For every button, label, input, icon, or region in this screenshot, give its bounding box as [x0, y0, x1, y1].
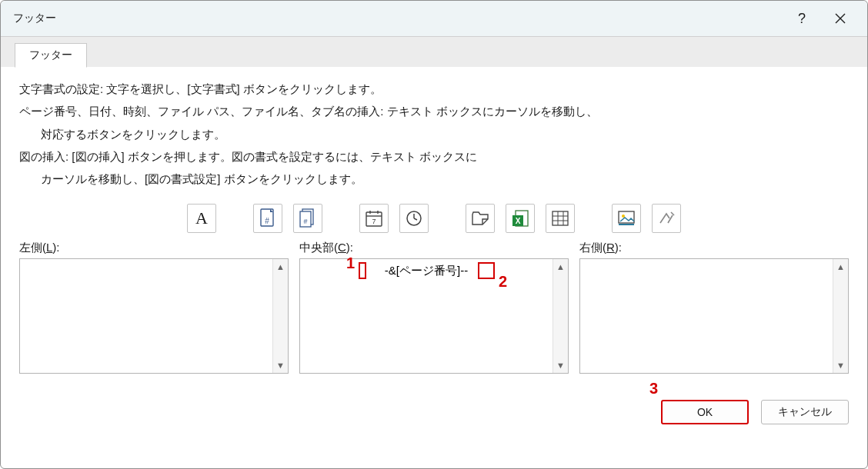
page-number-icon: #: [259, 208, 276, 228]
cancel-button[interactable]: キャンセル: [761, 400, 849, 424]
pane-left-label: 左側(L):: [19, 241, 289, 255]
tab-bar: フッター: [1, 36, 867, 67]
svg-point-24: [622, 215, 625, 218]
insert-sheet-name-button[interactable]: [546, 204, 575, 233]
svg-text:7: 7: [372, 218, 376, 225]
help-button[interactable]: ?: [783, 1, 821, 36]
svg-text:X: X: [516, 217, 521, 225]
insert-picture-button[interactable]: [612, 204, 641, 233]
picture-icon: [617, 210, 636, 227]
titlebar: フッター ?: [1, 1, 867, 36]
insert-time-button[interactable]: [399, 204, 429, 233]
pane-right-label: 右側(R):: [579, 241, 849, 255]
time-icon: [405, 209, 423, 228]
svg-line-14: [414, 218, 417, 220]
window-title: フッター: [13, 12, 56, 25]
instr-line-1: 文字書式の設定: 文字を選択し、[文字書式] ボタンをクリックします。: [19, 78, 849, 100]
ok-button[interactable]: OK: [661, 400, 749, 424]
workbook-icon: X: [511, 209, 529, 228]
instructions: 文字書式の設定: 文字を選択し、[文字書式] ボタンをクリックします。 ページ番…: [19, 78, 849, 190]
scrollbar[interactable]: ▲▼: [833, 259, 848, 373]
pane-left: 左側(L): ▲▼: [19, 241, 289, 374]
close-button[interactable]: [821, 1, 860, 36]
sheet-icon: [551, 210, 569, 227]
font-format-button[interactable]: A: [187, 204, 216, 233]
svg-text:#: #: [265, 217, 269, 225]
annotation-box-2: [478, 262, 495, 279]
instr-line-2b: 対応するボタンをクリックします。: [19, 123, 849, 145]
close-icon: [835, 13, 846, 24]
annotation-2: 2: [499, 273, 507, 291]
annotation-box-1: [359, 262, 366, 279]
toolbar: A # # 7 X: [19, 204, 849, 233]
format-picture-button[interactable]: [652, 204, 681, 233]
insert-pages-total-button[interactable]: #: [293, 204, 322, 233]
dialog-buttons: 3 OK キャンセル: [1, 388, 867, 424]
pane-left-box: ▲▼: [19, 258, 289, 374]
content: 文字書式の設定: 文字を選択し、[文字書式] ボタンをクリックします。 ページ番…: [1, 67, 867, 388]
svg-rect-25: [619, 224, 634, 225]
pane-center: 中央部(C): ▲▼ 1 2: [299, 241, 569, 374]
scrollbar[interactable]: ▲▼: [272, 259, 288, 373]
instr-line-3: 図の挿入: [図の挿入] ボタンを押します。図の書式を設定するには、テキスト ボ…: [19, 145, 849, 168]
panes: 左側(L): ▲▼ 中央部(C): ▲▼ 1 2 右側(R):: [19, 241, 849, 374]
scrollbar[interactable]: ▲▼: [553, 259, 568, 373]
pane-right-box: ▲▼: [579, 258, 849, 374]
date-icon: 7: [365, 209, 383, 228]
left-section-input[interactable]: [20, 259, 272, 373]
right-section-input[interactable]: [580, 259, 833, 373]
filepath-icon: [471, 210, 489, 227]
insert-date-button[interactable]: 7: [359, 204, 389, 233]
annotation-1: 1: [346, 254, 355, 272]
pane-right: 右側(R): ▲▼: [579, 241, 849, 374]
instr-line-2: ページ番号、日付、時刻、ファイル パス、ファイル名、タブ名の挿入: テキスト ボ…: [19, 100, 849, 122]
pane-center-label: 中央部(C):: [299, 241, 569, 255]
instr-line-3b: カーソルを移動し、[図の書式設定] ボタンをクリックします。: [19, 168, 849, 190]
insert-filepath-button[interactable]: [466, 204, 495, 233]
insert-page-number-button[interactable]: #: [253, 204, 282, 233]
svg-rect-18: [553, 211, 568, 225]
tab-label: フッター: [29, 48, 72, 61]
pane-center-box: ▲▼ 1 2: [299, 258, 569, 374]
font-icon: A: [195, 208, 208, 228]
svg-text:#: #: [303, 218, 307, 225]
insert-workbook-name-button[interactable]: X: [506, 204, 535, 233]
picture-format-icon: [657, 209, 676, 228]
center-section-input[interactable]: [300, 259, 553, 373]
annotation-3: 3: [649, 380, 658, 397]
tab-footer[interactable]: フッター: [15, 43, 87, 68]
pages-total-icon: #: [298, 208, 318, 228]
